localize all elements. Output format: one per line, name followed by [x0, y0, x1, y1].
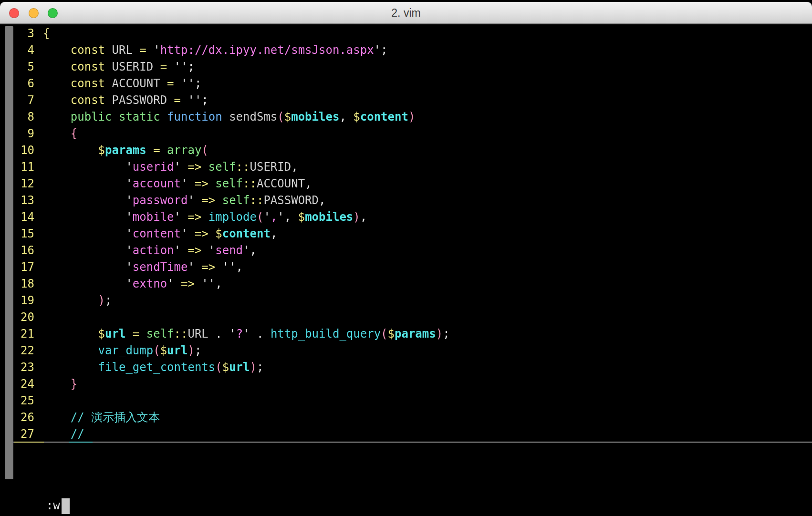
- code-token: [43, 93, 71, 107]
- code-token: ::: [250, 194, 264, 207]
- code-token: $: [222, 361, 229, 374]
- cursorline-underline-number: [14, 442, 44, 443]
- code-token: password: [133, 194, 188, 207]
- code-line[interactable]: 26 // 演示插入文本: [17, 409, 812, 426]
- code-token: ,: [215, 277, 222, 290]
- code-token: PASSWORD: [263, 194, 319, 207]
- code-line[interactable]: 12 'account' => self::ACCOUNT,: [17, 175, 812, 192]
- code-token: ,: [236, 260, 243, 274]
- code-token: [181, 93, 187, 107]
- code-token: ': [243, 244, 250, 257]
- code-token: [222, 110, 229, 124]
- code-token: [195, 260, 201, 274]
- code-token: ): [98, 294, 105, 307]
- code-line[interactable]: 24 }: [17, 376, 812, 392]
- code-line[interactable]: 22 var_dump($url);: [17, 342, 812, 359]
- code-line[interactable]: 9 {: [17, 125, 812, 142]
- code-token: mobiles: [291, 110, 339, 124]
- code-token: [146, 43, 153, 57]
- code-token: ': [125, 194, 132, 207]
- code-token: send: [215, 244, 243, 257]
- code-line[interactable]: 4 const URL = 'http://dx.ipyy.net/smsJso…: [17, 42, 812, 59]
- code-token: [43, 327, 98, 341]
- code-token: [43, 77, 71, 90]
- code-line[interactable]: 5 const USERID = '';: [17, 59, 812, 75]
- code-line[interactable]: 14 'mobile' => implode(',', $mobiles),: [17, 209, 812, 226]
- code-token: [153, 60, 160, 73]
- scrollbar-thumb[interactable]: [5, 26, 13, 479]
- code-token: [43, 260, 125, 274]
- code-token: =: [174, 93, 181, 107]
- code-token: [181, 210, 187, 224]
- code-line[interactable]: 17 'sendTime' => '',: [17, 259, 812, 276]
- line-number: 17: [17, 259, 34, 276]
- code-line[interactable]: 25: [17, 392, 812, 409]
- code-token: sendSms: [229, 110, 277, 124]
- code-line[interactable]: 23 file_get_contents($url);: [17, 359, 812, 376]
- code-token: =: [133, 327, 139, 341]
- line-number: 7: [17, 92, 34, 109]
- code-token: const: [71, 77, 105, 90]
- code-token: ,: [284, 210, 291, 224]
- code-line[interactable]: 8 public static function sendSms($mobile…: [17, 109, 812, 125]
- code-token: ;: [105, 294, 112, 307]
- code-token: ,: [250, 244, 257, 257]
- line-number: 4: [17, 42, 34, 59]
- code-line[interactable]: 11 'userid' => self::USERID,: [17, 159, 812, 175]
- code-line[interactable]: 6 const ACCOUNT = '';: [17, 75, 812, 92]
- code-token: =>: [195, 227, 208, 240]
- code-token: [181, 244, 187, 257]
- code-line[interactable]: 13 'password' => self::PASSWORD,: [17, 192, 812, 209]
- code-token: [346, 110, 353, 124]
- code-token: [43, 427, 71, 441]
- code-line[interactable]: 20: [17, 309, 812, 326]
- code-token: [160, 110, 167, 124]
- code-line[interactable]: 27 //: [17, 426, 812, 443]
- code-line[interactable]: 3{: [17, 25, 812, 42]
- code-token: ;: [201, 93, 208, 107]
- code-line[interactable]: 19 );: [17, 292, 812, 309]
- code-token: [139, 327, 146, 341]
- code-token: [43, 110, 71, 124]
- code-token: mobile: [133, 210, 174, 224]
- code-token: ': [263, 210, 270, 224]
- code-token: public: [71, 110, 112, 124]
- line-number: 5: [17, 59, 34, 75]
- code-token: [174, 277, 181, 290]
- code-token: content: [360, 110, 408, 124]
- cursor-block: [62, 498, 70, 514]
- code-token: const: [71, 93, 105, 107]
- code-token: url: [229, 361, 250, 374]
- code-area[interactable]: 3{4 const URL = 'http://dx.ipyy.net/smsJ…: [17, 25, 812, 443]
- code-line[interactable]: 16 'action' => 'send',: [17, 242, 812, 259]
- code-token: =: [139, 43, 146, 57]
- code-line[interactable]: 21 $url = self::URL . '?' . http_build_q…: [17, 326, 812, 342]
- code-token: [43, 43, 71, 57]
- code-line[interactable]: 15 'content' => $content,: [17, 226, 812, 242]
- code-line[interactable]: 18 'extno' => '',: [17, 276, 812, 292]
- code-token: '': [187, 93, 201, 107]
- line-number: 25: [17, 392, 34, 409]
- code-token: params: [395, 327, 436, 341]
- code-token: action: [133, 244, 174, 257]
- code-token: ACCOUNT: [257, 177, 305, 190]
- code-token: $: [98, 144, 105, 157]
- code-line[interactable]: 7 const PASSWORD = '';: [17, 92, 812, 109]
- code-token: ,: [291, 160, 298, 174]
- code-token: (: [215, 361, 222, 374]
- line-number: 27: [17, 426, 34, 443]
- command-line[interactable]: :w: [5, 481, 70, 497]
- code-token: ': [125, 227, 132, 240]
- code-token: [43, 294, 98, 307]
- code-line[interactable]: 10 $params = array(: [17, 142, 812, 159]
- code-token: '': [201, 277, 215, 290]
- code-token: (: [381, 327, 387, 341]
- line-number: 15: [17, 226, 34, 242]
- code-token: url: [105, 327, 125, 341]
- titlebar[interactable]: 2. vim: [0, 2, 812, 24]
- code-token: params: [105, 144, 146, 157]
- code-token: [160, 144, 167, 157]
- code-token: =>: [201, 260, 215, 274]
- code-token: [187, 177, 194, 190]
- code-token: =: [167, 77, 174, 90]
